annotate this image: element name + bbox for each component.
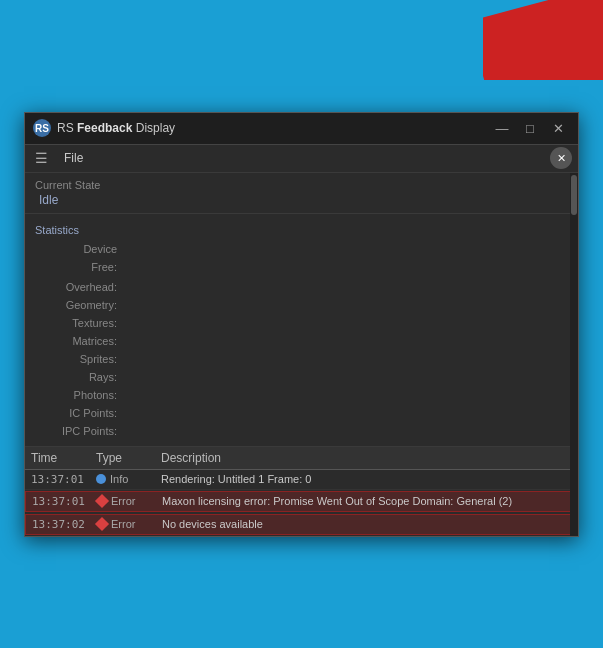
log-type: Info bbox=[96, 473, 161, 485]
statistics-section: Statistics Device Free: Overhead: Geomet… bbox=[25, 214, 578, 447]
ic-points-label: IC Points: bbox=[35, 404, 125, 422]
minimize-button[interactable]: — bbox=[490, 117, 514, 139]
hamburger-menu-button[interactable]: ☰ bbox=[31, 148, 52, 168]
type-label: Error bbox=[111, 518, 135, 530]
log-row: 13:37:02ErrorNo devices available bbox=[25, 514, 578, 535]
textures-value bbox=[125, 314, 568, 332]
panel-close-button[interactable]: ✕ bbox=[550, 147, 572, 169]
content-area: Current State Idle Statistics Device Fre… bbox=[25, 173, 578, 536]
type-header: Type bbox=[96, 451, 161, 465]
log-type: Error bbox=[97, 518, 162, 530]
current-state-label: Current State bbox=[35, 179, 568, 191]
type-label: Error bbox=[111, 495, 135, 507]
menu-bar: ☰ File ✕ bbox=[25, 145, 578, 173]
rays-label: Rays: bbox=[35, 368, 125, 386]
sprites-value bbox=[125, 350, 568, 368]
matrices-value bbox=[125, 332, 568, 350]
type-label: Info bbox=[110, 473, 128, 485]
scrollbar[interactable] bbox=[570, 173, 578, 536]
statistics-label: Statistics bbox=[35, 220, 568, 240]
log-time: 13:37:01 bbox=[32, 495, 97, 508]
current-state-section: Current State Idle bbox=[25, 173, 578, 214]
device-label: Device bbox=[35, 240, 125, 258]
scrollbar-thumb[interactable] bbox=[571, 175, 577, 215]
ipc-points-value bbox=[125, 422, 568, 440]
current-state-value: Idle bbox=[35, 193, 568, 207]
textures-label: Textures: bbox=[35, 314, 125, 332]
matrices-label: Matrices: bbox=[35, 332, 125, 350]
log-rows: 13:37:01InfoRendering: Untitled 1 Frame:… bbox=[25, 470, 578, 536]
overhead-label: Overhead: bbox=[35, 278, 125, 296]
photons-label: Photons: bbox=[35, 386, 125, 404]
log-table-header: Time Type Description bbox=[25, 447, 578, 470]
error-icon bbox=[95, 517, 109, 531]
log-row: 13:37:01InfoRendering: Untitled 1 Frame:… bbox=[25, 470, 578, 490]
log-description: No devices available bbox=[162, 518, 571, 530]
device-value bbox=[125, 240, 568, 258]
log-description: Maxon licensing error: Promise Went Out … bbox=[162, 495, 571, 507]
app-icon: RS bbox=[33, 119, 51, 137]
description-header: Description bbox=[161, 451, 572, 465]
free-value bbox=[125, 258, 568, 276]
maximize-button[interactable]: □ bbox=[518, 117, 542, 139]
main-window: RS RS Feedback Display — □ ✕ ☰ File ✕ Cu… bbox=[24, 112, 579, 537]
info-icon bbox=[96, 474, 106, 484]
log-table: Time Type Description 13:37:01InfoRender… bbox=[25, 447, 578, 536]
window-controls: — □ ✕ bbox=[490, 117, 570, 139]
ic-points-value bbox=[125, 404, 568, 422]
window-title: RS Feedback Display bbox=[57, 121, 490, 135]
log-type: Error bbox=[97, 495, 162, 507]
statistics-grid: Device Free: bbox=[35, 240, 568, 276]
overhead-value bbox=[125, 278, 568, 296]
photons-value bbox=[125, 386, 568, 404]
log-time: 13:37:01 bbox=[31, 473, 96, 486]
file-menu-item[interactable]: File bbox=[56, 148, 91, 168]
error-icon bbox=[95, 494, 109, 508]
rays-value bbox=[125, 368, 568, 386]
log-time: 13:37:02 bbox=[32, 518, 97, 531]
time-header: Time bbox=[31, 451, 96, 465]
log-row: 13:37:01ErrorMaxon licensing error: Prom… bbox=[25, 491, 578, 512]
geometry-value bbox=[125, 296, 568, 314]
title-bar: RS RS Feedback Display — □ ✕ bbox=[25, 113, 578, 145]
free-label: Free: bbox=[35, 258, 125, 276]
log-description: Rendering: Untitled 1 Frame: 0 bbox=[161, 473, 572, 485]
geometry-label: Geometry: bbox=[35, 296, 125, 314]
ipc-points-label: IPC Points: bbox=[35, 422, 125, 440]
window-close-button[interactable]: ✕ bbox=[546, 117, 570, 139]
statistics-extra: Overhead: Geometry: Textures: Matrices: … bbox=[35, 278, 568, 440]
sprites-label: Sprites: bbox=[35, 350, 125, 368]
